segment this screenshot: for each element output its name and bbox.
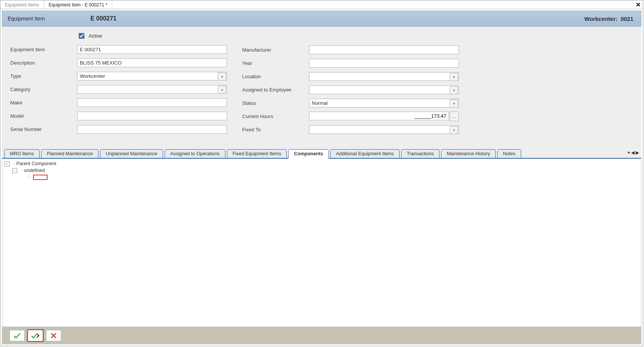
category-select[interactable]: ▾ [77,85,227,94]
components-tree-pane: − ·· Parent Component − ·· undefined └·· [2,159,641,327]
manufacturer-field[interactable] [309,46,459,54]
collapse-icon[interactable]: − [12,168,17,173]
tree-row[interactable]: └·· [5,174,639,181]
close-icon[interactable]: ✕ [636,1,641,8]
tree-node-label[interactable]: undefined [24,168,45,173]
equipment-item-label: Equipment Item [10,47,77,52]
tab-mro-items[interactable]: MRO Items [4,149,40,158]
make-label: Make [10,100,77,106]
location-label: Location [242,74,309,79]
location-select[interactable]: ▾ [309,72,459,81]
model-field[interactable] [77,112,227,120]
record-header: Equipment Item E 000271 Workcenter: 0021 [2,11,641,27]
tab-components[interactable]: Components [288,149,328,159]
tab-scroll-left-icon[interactable]: ◀ [631,150,634,155]
form-right-column: . Manufacturer Year Location ▾ Assigned … [242,32,459,134]
make-field[interactable] [77,98,227,107]
assigned-select[interactable]: ▾ [309,85,459,94]
accept-button[interactable] [10,330,25,341]
tab-scroll-right-icon[interactable]: ▶ [636,150,639,155]
tab-assigned-to-operations[interactable]: Assigned to Operations [165,149,225,158]
form-left-column: Active Equipment Item Description Type W… [10,32,227,134]
tab-unplanned-maintenance[interactable]: Unplanned Maintenance [100,149,163,158]
serial-field[interactable] [77,125,227,134]
chevron-down-icon[interactable]: ▾ [218,86,226,94]
description-field[interactable] [77,58,227,67]
collapse-icon[interactable]: − [5,161,10,166]
fixed-to-label: Fixed To [242,127,309,132]
document-tab-bar: Equipment Items Equipment Item - E 00027… [0,0,643,9]
tree-row[interactable]: − ·· Parent Component [5,160,639,167]
tab-menu-icon[interactable]: ▾ [628,150,630,155]
tree-node-label[interactable]: Parent Component [16,161,56,166]
hours-label: Current Hours [242,114,309,119]
chevron-down-icon[interactable]: ▾ [450,86,458,94]
equipment-item-field[interactable] [77,45,227,54]
chevron-down-icon[interactable]: ▾ [218,73,226,80]
tab-notes[interactable]: Notes [497,149,521,158]
doc-tab-equipment-item-detail[interactable]: Equipment Item - E 000271 * [44,0,112,9]
doc-tab-equipment-items[interactable]: Equipment Items [0,0,44,9]
assigned-label: Assigned to Employee [242,87,309,93]
footer-toolbar [2,327,641,344]
active-checkbox[interactable] [79,33,84,39]
model-label: Model [10,113,77,119]
header-workcenter: Workcenter: 0021 [584,16,641,22]
hours-lookup-button[interactable]: … [450,112,459,121]
accept-and-new-button[interactable] [28,330,43,341]
type-select[interactable]: Workcenter▾ [77,72,227,80]
tab-additional-equipment-items[interactable]: Additional Equipment Items [330,149,400,158]
fixed-to-select[interactable]: ▾ [309,125,459,134]
tree-edit-input[interactable] [33,175,48,180]
serial-label: Serial Number [10,126,77,132]
year-field[interactable] [309,59,459,68]
detail-tab-strip: MRO Items Planned Maintenance Unplanned … [2,148,641,159]
tree-row[interactable]: − ·· undefined [5,167,639,174]
header-label: Equipment Item [2,16,90,22]
status-select[interactable]: Normal▾ [309,99,459,107]
type-label: Type [10,73,77,79]
tab-planned-maintenance[interactable]: Planned Maintenance [41,149,98,158]
active-checkbox-row: Active [77,32,227,39]
form-area: Active Equipment Item Description Type W… [2,27,641,148]
tab-maintenance-history[interactable]: Maintenance History [441,149,496,158]
tab-transactions[interactable]: Transactions [401,149,439,158]
year-label: Year [242,60,309,66]
manufacturer-label: Manufacturer [242,47,309,53]
status-label: Status [242,100,309,106]
chevron-down-icon[interactable]: ▾ [450,73,458,81]
description-label: Description [10,60,77,66]
category-label: Category [10,87,77,92]
active-label: Active [89,33,102,39]
chevron-down-icon[interactable]: ▾ [450,126,458,134]
tab-nav: ▾ ◀ ▶ [628,150,639,155]
tab-fixed-equipment-items[interactable]: Fixed Equipment Items [227,149,287,158]
header-id: E 000271 [90,15,117,22]
cancel-button[interactable] [46,330,61,341]
chevron-down-icon[interactable]: ▾ [450,99,458,107]
current-hours-field[interactable] [309,112,449,120]
